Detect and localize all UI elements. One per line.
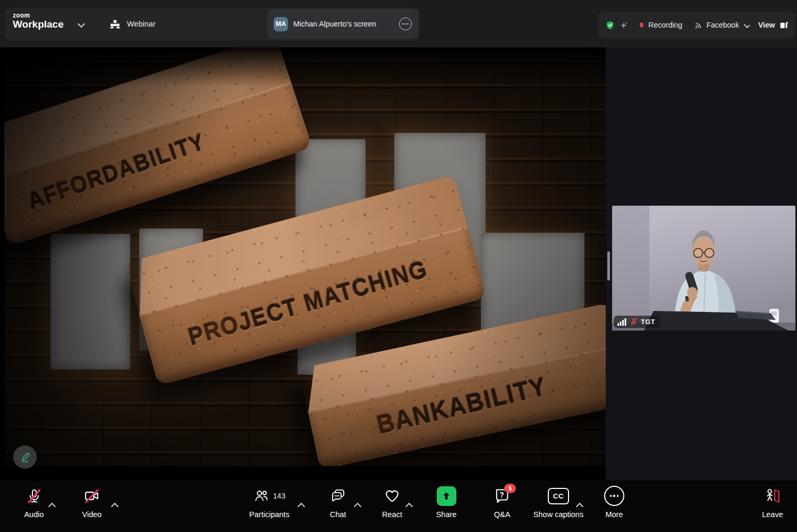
share-button[interactable]: Share [425, 480, 468, 532]
workplace-logo-word: Workplace [13, 19, 64, 30]
zoom-webinar-window: zoom Workplace Webinar MA Michan Alpuert… [0, 0, 797, 532]
more-label: More [605, 510, 623, 519]
heart-react-icon [384, 487, 401, 504]
meeting-stage: AFFORDABILITY PROJECT MATCHING BANKABILI… [0, 47, 797, 480]
tab-webinar[interactable]: Webinar [108, 7, 156, 40]
speaker-video-frame [612, 206, 795, 331]
annotate-button[interactable] [13, 445, 37, 469]
recording-label[interactable]: Recording [648, 21, 682, 29]
security-shield-icon[interactable] [605, 19, 615, 32]
qa-unread-badge: 5 [504, 484, 516, 493]
more-button[interactable]: More [593, 480, 635, 532]
mic-muted-icon [26, 488, 43, 504]
more-ellipsis-icon [604, 486, 624, 506]
closed-captions-icon: CC [548, 488, 569, 504]
qa-label: Q&A [494, 510, 511, 519]
captions-label: Show captions [533, 510, 583, 519]
meeting-toolbar: Audio Video 143 [0, 480, 797, 532]
participants-icon [253, 488, 269, 504]
video-label: Video [82, 510, 102, 519]
view-layout-icon[interactable] [780, 21, 788, 30]
panel-resize-handle[interactable] [607, 251, 610, 281]
video-tile-overlay: TGT [614, 316, 660, 328]
qa-button[interactable]: ? 5 Q&A [481, 480, 523, 532]
top-status-section: Recording Facebook View [598, 12, 795, 38]
webinar-tab-label: Webinar [127, 20, 156, 28]
leave-button[interactable]: Leave [751, 480, 794, 532]
pencil-icon [18, 450, 32, 464]
shared-screen-content: AFFORDABILITY PROJECT MATCHING BANKABILI… [4, 47, 606, 480]
chevron-down-icon[interactable] [78, 20, 85, 28]
mic-muted-icon [630, 318, 638, 326]
audio-label: Audio [24, 510, 44, 519]
participants-label: Participants [249, 510, 290, 519]
people-group-icon [108, 18, 122, 31]
leave-label: Leave [762, 510, 783, 519]
view-button[interactable]: View [758, 21, 775, 29]
react-label: React [382, 510, 402, 519]
ai-companion-sparkle-icon[interactable] [620, 19, 629, 31]
window-pane [50, 234, 130, 369]
zoom-workplace-logo: zoom Workplace [13, 12, 64, 30]
top-left-section: zoom Workplace Webinar MA Michan Alpuert… [4, 7, 420, 40]
live-stream-broadcast-icon [694, 20, 702, 30]
chat-label: Chat [330, 510, 346, 519]
camera-muted-icon [83, 487, 100, 504]
participants-count: 143 [273, 492, 285, 500]
participants-button[interactable]: 143 Participants [242, 480, 297, 532]
video-button[interactable]: Video [71, 480, 113, 532]
tab-options-icon[interactable] [399, 18, 412, 30]
zoom-logo-word: zoom [13, 12, 64, 19]
svg-text:?: ? [499, 491, 504, 499]
recording-dot-icon [640, 22, 643, 28]
chat-button[interactable]: Chat [317, 480, 359, 532]
signal-strength-icon [617, 318, 626, 326]
speaker-name-label: TGT [641, 318, 655, 326]
slide-bottom-band [4, 466, 606, 480]
leave-door-icon [764, 487, 782, 505]
tab-shared-screen[interactable]: MA Michan Alpuerto's screen [267, 9, 418, 39]
speaker-video-tile[interactable]: TGT [612, 206, 795, 331]
share-screen-icon [437, 486, 456, 506]
top-bar: zoom Workplace Webinar MA Michan Alpuert… [0, 0, 797, 47]
share-label: Share [436, 510, 457, 519]
facebook-stream-label[interactable]: Facebook [706, 21, 739, 29]
chat-icon [330, 488, 346, 504]
participants-options-chevron[interactable] [298, 503, 305, 510]
chevron-down-icon[interactable] [744, 22, 750, 28]
avatar: MA [274, 17, 288, 31]
shared-screen-title: Michan Alpuerto's screen [293, 20, 376, 28]
